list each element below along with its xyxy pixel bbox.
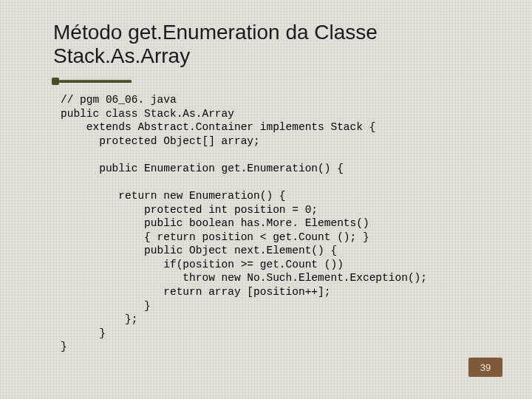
page-number-badge: 39 [468, 358, 502, 377]
slide-title: Método get.Enumeration da Classe Stack.A… [53, 21, 489, 68]
code-block: // pgm 06_06. java public class Stack.As… [61, 93, 489, 353]
title-accent-bar [59, 80, 132, 83]
